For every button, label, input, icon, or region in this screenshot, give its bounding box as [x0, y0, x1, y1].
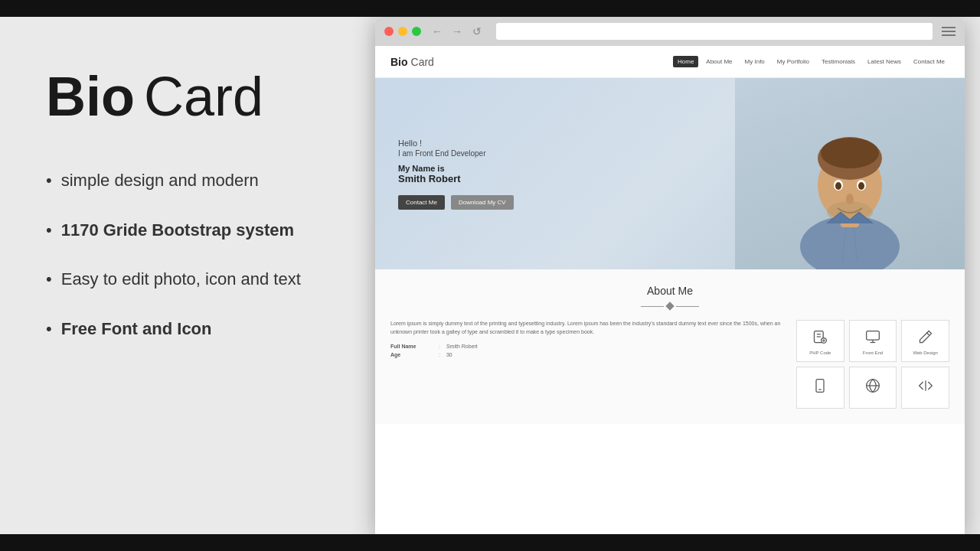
- black-bar-top: [0, 0, 980, 17]
- download-cv-button[interactable]: Download My CV: [451, 195, 514, 210]
- hero-text: Hello ! I am Front End Developer My Name…: [398, 139, 514, 210]
- browser-dots: [384, 27, 421, 36]
- main-container: BioCard • simple design and modern • 117…: [0, 0, 980, 551]
- skill-card-code: [901, 367, 949, 409]
- svg-point-7: [835, 182, 841, 190]
- menu-line: [942, 34, 956, 36]
- field-value-age: 30: [446, 352, 452, 357]
- hero-name-label: My Name is: [398, 164, 514, 173]
- right-panel: ← → ↺ Bio Card: [368, 0, 980, 551]
- site-nav: Home About Me My Info My Portfolio Testi…: [673, 56, 949, 67]
- nav-portfolio[interactable]: My Portfolio: [773, 56, 814, 67]
- menu-line: [942, 31, 956, 32]
- svg-line-22: [926, 333, 929, 335]
- nav-testimonials[interactable]: Testimonials: [817, 56, 860, 67]
- hero-person-image: [735, 78, 965, 269]
- skill-card-php: PHP Code: [796, 320, 844, 362]
- forward-arrow[interactable]: →: [450, 24, 464, 38]
- feature-text: 1170 Gride Bootstrap system: [61, 220, 294, 242]
- skill-card-mobile: [796, 367, 844, 409]
- about-divider: [390, 303, 949, 309]
- site-header: Bio Card Home About Me My Info My Portfo…: [375, 46, 965, 78]
- divider-line-left: [641, 306, 664, 307]
- skill-label-frontend: Front End: [863, 350, 883, 355]
- logo-card: Card: [411, 56, 434, 68]
- pencil-icon: [918, 329, 933, 347]
- nav-home[interactable]: Home: [673, 56, 698, 67]
- menu-line: [942, 27, 956, 28]
- feature-text: Easy to edit photo, icon and text: [61, 269, 301, 291]
- about-lorem-text: Lorem ipsum is simply dummy text of the …: [390, 320, 784, 336]
- nav-latest[interactable]: Latest News: [863, 56, 906, 67]
- hero-buttons: Contact Me Download My CV: [398, 195, 514, 210]
- field-sep: :: [439, 352, 440, 357]
- field-row-name: Full Name : Smith Robert: [390, 344, 784, 349]
- about-title: About Me: [390, 285, 949, 297]
- skill-card-wordpress: [849, 367, 897, 409]
- black-bar-bottom: [0, 534, 980, 551]
- field-value-fullname: Smith Robert: [446, 344, 478, 349]
- skill-card-frontend: Front End: [849, 320, 897, 362]
- list-item: • 1170 Gride Bootstrap system: [46, 220, 329, 242]
- svg-rect-19: [867, 331, 880, 340]
- title-card: Card: [144, 66, 263, 127]
- browser-nav: ← → ↺: [430, 24, 484, 38]
- contact-button[interactable]: Contact Me: [398, 195, 445, 210]
- site-logo: Bio Card: [390, 56, 434, 68]
- list-item: • Easy to edit photo, icon and text: [46, 269, 329, 291]
- list-item: • simple design and modern: [46, 170, 329, 192]
- hero-name: Smith Robert: [398, 173, 514, 184]
- about-fields: Full Name : Smith Robert Age : 30: [390, 344, 784, 357]
- svg-point-4: [821, 138, 879, 168]
- field-row-age: Age : 30: [390, 352, 784, 357]
- divider-diamond: [665, 302, 674, 310]
- browser-content: Bio Card Home About Me My Info My Portfo…: [375, 46, 965, 534]
- browser-chrome: ← → ↺: [375, 17, 965, 46]
- svg-point-8: [858, 182, 864, 190]
- dot-red[interactable]: [384, 27, 394, 36]
- field-label-fullname: Full Name: [390, 344, 433, 349]
- bullet: •: [46, 220, 52, 242]
- title-bio: Bio: [46, 66, 135, 127]
- about-content: Lorem ipsum is simply dummy text of the …: [390, 320, 949, 409]
- hero-section: Hello ! I am Front End Developer My Name…: [375, 78, 965, 269]
- nav-about[interactable]: About Me: [701, 56, 737, 67]
- dot-yellow[interactable]: [398, 27, 407, 36]
- browser-window: ← → ↺ Bio Card: [375, 17, 965, 534]
- list-item: • Free Font and Icon: [46, 318, 329, 341]
- field-sep: :: [439, 344, 440, 349]
- url-bar[interactable]: [496, 23, 933, 40]
- title-section: BioCard: [46, 69, 329, 124]
- php-icon: [812, 329, 828, 347]
- feature-text-free-font: Free Font and Icon: [61, 318, 212, 341]
- skills-grid: PHP Code Front End: [796, 320, 949, 409]
- field-label-age: Age: [390, 352, 433, 357]
- skill-card-webdesign: Web Design: [901, 320, 949, 362]
- refresh-arrow[interactable]: ↺: [470, 24, 484, 38]
- bullet: •: [46, 170, 52, 192]
- hero-subtitle: I am Front End Developer: [398, 149, 514, 158]
- hero-greeting: Hello !: [398, 139, 514, 148]
- logo-bio: Bio: [390, 56, 408, 68]
- divider-line-right: [676, 306, 699, 307]
- svg-rect-23: [816, 379, 824, 392]
- left-panel: BioCard • simple design and modern • 117…: [0, 0, 368, 551]
- nav-myinfo[interactable]: My Info: [740, 56, 769, 67]
- feature-text: simple design and modern: [61, 170, 259, 192]
- skill-label-php: PHP Code: [809, 350, 831, 355]
- mobile-icon: [812, 378, 828, 396]
- bullet: •: [46, 269, 52, 291]
- skill-label-webdesign: Web Design: [913, 350, 938, 355]
- about-text-area: Lorem ipsum is simply dummy text of the …: [390, 320, 784, 409]
- about-section: About Me Lorem ipsum is simply dummy tex…: [375, 269, 965, 424]
- bullet: •: [46, 318, 52, 341]
- browser-menu-icon[interactable]: [942, 27, 956, 36]
- monitor-icon: [865, 329, 880, 347]
- wordpress-icon: [865, 378, 880, 396]
- features-list: • simple design and modern • 1170 Gride …: [46, 170, 329, 367]
- person-svg: [758, 86, 942, 269]
- back-arrow[interactable]: ←: [430, 24, 444, 38]
- nav-contact[interactable]: Contact Me: [909, 56, 949, 67]
- dot-green[interactable]: [412, 27, 421, 36]
- code-icon: [918, 378, 933, 396]
